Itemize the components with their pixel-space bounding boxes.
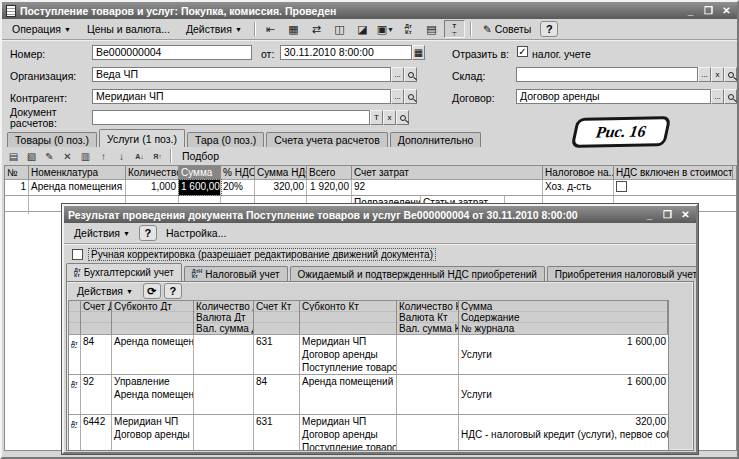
close-icon[interactable]: ✕: [720, 5, 733, 16]
actions-menu-button[interactable]: Действия▼: [70, 283, 140, 299]
tab-containers[interactable]: Тара (0 поз.): [187, 132, 264, 147]
refresh-icon[interactable]: ⟳: [143, 283, 161, 299]
col-subconto-kt[interactable]: Субконто Кт: [300, 301, 397, 334]
actions-menu-button[interactable]: Действия▼: [179, 21, 249, 37]
magnifier-icon[interactable]: [724, 89, 737, 104]
prices-currency-button[interactable]: Цены и валюта...: [80, 21, 177, 37]
tips-button[interactable]: ✎Советы: [476, 21, 539, 37]
ellipsis-icon[interactable]: ...: [391, 89, 404, 104]
help-button[interactable]: ?: [164, 283, 182, 299]
move-up-icon[interactable]: ↑: [95, 149, 112, 164]
dtkt-icon[interactable]: ДтКт: [398, 20, 419, 38]
col-qty-dt[interactable]: Количество ДтВалюта ДтВал. сумма Дт: [194, 301, 254, 334]
magnifier-icon[interactable]: [404, 89, 417, 104]
report-list-icon[interactable]: ▤: [421, 20, 442, 38]
post-document-icon[interactable]: ◫: [329, 20, 350, 38]
help-button[interactable]: ?: [139, 225, 157, 241]
magnifier-icon[interactable]: [396, 110, 409, 125]
table-row[interactable]: 1 Аренда помещения 1,000 1 600,00 20% 32…: [5, 180, 736, 196]
close-icon[interactable]: ✕: [679, 209, 692, 220]
cell-amount-selected[interactable]: 1 600,00: [179, 180, 221, 195]
tab-tax-accounting[interactable]: ДтНКт Налоговый учет: [184, 266, 288, 281]
vat-included-checkbox[interactable]: [616, 181, 627, 192]
magnifier-icon[interactable]: [404, 67, 417, 82]
col-vat-rate[interactable]: % НДС: [221, 166, 255, 179]
actions-menu-button[interactable]: Действия▼: [67, 225, 137, 241]
minimize-icon[interactable]: _: [684, 5, 697, 16]
movements-icon[interactable]: ▣▼: [375, 20, 396, 38]
tab-expected-vat[interactable]: Ожидаемый и подтвержденный НДС приобрете…: [290, 266, 545, 281]
settlement-doc-field[interactable]: [92, 110, 370, 125]
col-cost-account[interactable]: Счет затрат: [352, 166, 543, 179]
help-button[interactable]: ?: [540, 21, 558, 37]
operation-menu-button[interactable]: Операция▼: [5, 21, 78, 37]
date-label: от:: [261, 48, 274, 60]
col-nomenclature[interactable]: Номенклатура: [29, 166, 126, 179]
col-num[interactable]: №: [5, 166, 29, 179]
calendar-icon[interactable]: ▦: [412, 45, 425, 60]
delete-row-icon[interactable]: ✕: [59, 149, 76, 164]
settings-button[interactable]: Настройка...: [159, 225, 233, 241]
ellipsis-icon[interactable]: ...: [698, 67, 711, 82]
magnifier-icon[interactable]: [724, 67, 737, 82]
cell-subconto-dt: УправлениеАренда помещений: [112, 375, 194, 414]
structure-icon[interactable]: Т┬: [444, 20, 465, 38]
ellipsis-icon[interactable]: ...: [391, 67, 404, 82]
minimize-icon[interactable]: _: [643, 209, 656, 220]
date-field[interactable]: 30.11.2010 8:00:00: [280, 45, 412, 60]
result-titlebar[interactable]: Результат проведения документа Поступлен…: [64, 206, 696, 223]
contract-field[interactable]: Договор аренды: [516, 89, 711, 104]
cell-subconto-kt: Меридиан ЧПДоговор арендыПоступление тов…: [300, 335, 397, 374]
edit-row-icon[interactable]: ✎: [41, 149, 58, 164]
result-window: Результат проведения документа Поступлен…: [62, 204, 698, 454]
clear-icon[interactable]: x: [711, 67, 724, 82]
tab-purchases-tax[interactable]: Приобретения налоговый учет: [547, 266, 698, 281]
col-account-dt[interactable]: Счет Дт: [81, 301, 112, 334]
contract-label: Договор:: [452, 92, 495, 104]
col-qty-kt[interactable]: Количество КтВалюта КтВал. сумма Кт: [397, 301, 459, 334]
col-total[interactable]: Всего: [307, 166, 352, 179]
reread-icon[interactable]: ⇤: [260, 20, 281, 38]
manual-adjustment-checkbox[interactable]: [72, 249, 83, 260]
posting-row[interactable]: ДтКт 6442 Меридиан ЧПДоговор аренды 631 …: [69, 415, 668, 451]
main-titlebar[interactable]: Поступление товаров и услуг: Покупка, ко…: [2, 2, 737, 19]
manual-adjustment-label[interactable]: Ручная корректировка (разрешает редактир…: [88, 248, 436, 261]
organization-label: Организация:: [10, 70, 76, 82]
add-row-icon[interactable]: ▤: [5, 149, 22, 164]
contractor-field[interactable]: Меридиан ЧП: [92, 89, 391, 104]
col-quantity[interactable]: Количество: [126, 166, 179, 179]
col-account-kt[interactable]: Счет Кт: [254, 301, 300, 334]
swap-arrows-icon[interactable]: ⇄: [306, 20, 327, 38]
col-amount[interactable]: Сумма: [179, 166, 221, 179]
number-field[interactable]: Ве000000004: [92, 45, 252, 60]
sort-asc-icon[interactable]: А↓: [131, 149, 148, 164]
col-vat-amount[interactable]: Сумма НДС: [255, 166, 307, 179]
col-subconto-dt[interactable]: Субконто Дт: [112, 301, 194, 334]
tab-services[interactable]: Услуги (1 поз.): [99, 129, 185, 147]
ellipsis-icon[interactable]: ...: [711, 89, 724, 104]
tax-accounting-checkbox[interactable]: [517, 46, 528, 57]
type-icon[interactable]: Т: [370, 110, 383, 125]
tab-accounting[interactable]: ДтКт Бухгалтерский учет: [66, 263, 182, 281]
dtkt-icon: ДтКт: [71, 381, 78, 388]
warehouse-field[interactable]: [516, 67, 698, 82]
col-amount[interactable]: СуммаСодержание№ журнала: [459, 301, 668, 334]
unpost-document-icon[interactable]: ◪: [352, 20, 373, 38]
restore-icon[interactable]: ❐: [661, 209, 674, 220]
tab-settlement-accounts[interactable]: Счета учета расчетов: [266, 132, 387, 147]
calendar-icon[interactable]: ▦: [283, 20, 304, 38]
posting-row[interactable]: ДтКт 92 УправлениеАренда помещений 84 Ар…: [69, 375, 668, 415]
col-tax-purpose[interactable]: Налоговое на...: [543, 166, 614, 179]
restore-icon[interactable]: ❐: [702, 5, 715, 16]
posting-row[interactable]: ДтКт 84 Аренда помещений 631 Меридиан ЧП…: [69, 335, 668, 375]
sort-desc-icon[interactable]: Я↑: [149, 149, 166, 164]
organization-field[interactable]: Веда ЧП: [92, 67, 391, 82]
pick-button[interactable]: Подбор: [175, 149, 226, 163]
move-down-icon[interactable]: ↓: [113, 149, 130, 164]
tab-goods[interactable]: Товары (0 поз.): [7, 132, 97, 147]
tab-additional[interactable]: Дополнительно: [390, 132, 482, 147]
move-row-icon[interactable]: ▥: [77, 149, 94, 164]
col-vat-included[interactable]: НДС включен в стоимость: [614, 166, 733, 179]
copy-row-icon[interactable]: ▧: [23, 149, 40, 164]
clear-icon[interactable]: x: [383, 110, 396, 125]
